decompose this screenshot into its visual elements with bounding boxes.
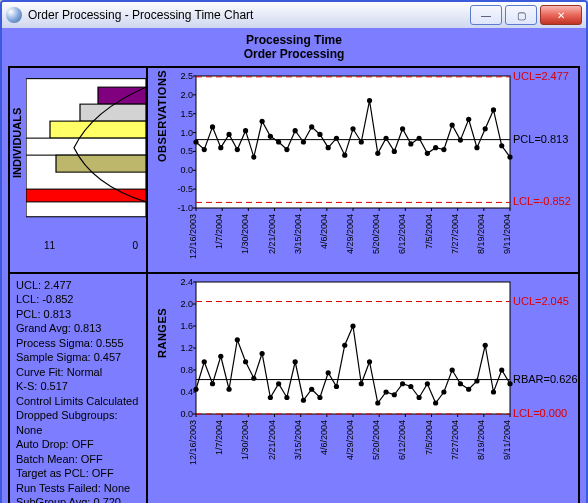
content-area: Processing Time Order Processing INDIVID… bbox=[2, 28, 586, 503]
chart-header: Processing Time Order Processing bbox=[8, 34, 580, 62]
svg-point-170 bbox=[425, 381, 430, 386]
minimize-button[interactable]: — bbox=[470, 5, 502, 25]
stat-line: UCL: 2.477 bbox=[16, 278, 140, 293]
svg-point-75 bbox=[350, 126, 355, 131]
svg-text:2.0: 2.0 bbox=[180, 299, 193, 309]
svg-point-175 bbox=[466, 386, 471, 391]
svg-point-160 bbox=[342, 342, 347, 347]
svg-text:0.5: 0.5 bbox=[180, 146, 193, 156]
stat-line: Target as PCL: OFF bbox=[16, 466, 140, 481]
svg-point-180 bbox=[507, 381, 512, 386]
window-title: Order Processing - Processing Time Chart bbox=[28, 8, 470, 22]
svg-point-177 bbox=[483, 342, 488, 347]
svg-text:4/29/2004: 4/29/2004 bbox=[345, 214, 355, 254]
svg-point-165 bbox=[383, 389, 388, 394]
svg-point-143 bbox=[202, 359, 207, 364]
svg-point-171 bbox=[433, 400, 438, 405]
svg-point-92 bbox=[491, 107, 496, 112]
close-button[interactable]: ✕ bbox=[540, 5, 582, 25]
svg-point-84 bbox=[425, 150, 430, 155]
svg-point-152 bbox=[276, 381, 281, 386]
histogram-chart bbox=[26, 68, 146, 238]
svg-point-94 bbox=[507, 154, 512, 159]
svg-point-78 bbox=[375, 150, 380, 155]
histogram-cell: INDIVIDUALS 11 bbox=[9, 67, 147, 273]
svg-text:8/19/2004: 8/19/2004 bbox=[476, 420, 486, 460]
svg-point-172 bbox=[441, 389, 446, 394]
svg-rect-3 bbox=[50, 121, 146, 138]
svg-text:4/6/2004: 4/6/2004 bbox=[319, 214, 329, 249]
svg-text:LCL=0.000: LCL=0.000 bbox=[513, 407, 567, 419]
hist-axis-left: 11 bbox=[44, 240, 55, 251]
stat-line: Grand Avg: 0.813 bbox=[16, 321, 140, 336]
stat-line: Run Tests Failed: None bbox=[16, 481, 140, 496]
svg-text:5/20/2004: 5/20/2004 bbox=[371, 420, 381, 460]
svg-point-150 bbox=[260, 350, 265, 355]
svg-text:7/27/2004: 7/27/2004 bbox=[450, 214, 460, 254]
svg-rect-2 bbox=[80, 104, 146, 121]
svg-point-149 bbox=[251, 375, 256, 380]
maximize-button[interactable]: ▢ bbox=[505, 5, 537, 25]
svg-point-89 bbox=[466, 116, 471, 121]
svg-point-62 bbox=[243, 128, 248, 133]
svg-point-163 bbox=[367, 359, 372, 364]
svg-point-77 bbox=[367, 98, 372, 103]
svg-point-176 bbox=[474, 378, 479, 383]
app-icon bbox=[6, 7, 22, 23]
svg-point-64 bbox=[260, 118, 265, 123]
svg-text:LCL=-0.852: LCL=-0.852 bbox=[513, 195, 571, 207]
svg-text:0.8: 0.8 bbox=[180, 365, 193, 375]
svg-point-93 bbox=[499, 143, 504, 148]
svg-point-178 bbox=[491, 389, 496, 394]
stat-line: Control Limits Calculated bbox=[16, 394, 140, 409]
layout-grid: INDIVIDUALS 11 bbox=[8, 66, 580, 503]
hist-axis-right: 0 bbox=[132, 240, 138, 251]
stat-line: SubGroup Avg: 0.720 bbox=[16, 495, 140, 503]
svg-point-90 bbox=[474, 145, 479, 150]
stat-line: K-S: 0.517 bbox=[16, 379, 140, 394]
svg-point-88 bbox=[458, 137, 463, 142]
stat-line: Auto Drop: OFF bbox=[16, 437, 140, 452]
svg-point-146 bbox=[226, 386, 231, 391]
svg-point-147 bbox=[235, 337, 240, 342]
svg-text:8/19/2004: 8/19/2004 bbox=[476, 214, 486, 254]
svg-rect-95 bbox=[196, 282, 510, 414]
svg-text:-0.5: -0.5 bbox=[177, 184, 193, 194]
svg-point-148 bbox=[243, 359, 248, 364]
svg-point-158 bbox=[326, 370, 331, 375]
svg-text:2.0: 2.0 bbox=[180, 89, 193, 99]
svg-point-144 bbox=[210, 381, 215, 386]
svg-text:RBAR=0.626: RBAR=0.626 bbox=[513, 372, 578, 384]
svg-point-65 bbox=[268, 133, 273, 138]
svg-text:PCL=0.813: PCL=0.813 bbox=[513, 132, 568, 144]
svg-point-142 bbox=[193, 386, 198, 391]
svg-point-63 bbox=[251, 154, 256, 159]
svg-rect-7 bbox=[196, 76, 510, 208]
svg-text:-1.0: -1.0 bbox=[177, 203, 193, 213]
individuals-label: INDIVIDUALS bbox=[10, 68, 26, 238]
svg-point-174 bbox=[458, 381, 463, 386]
svg-text:7/27/2004: 7/27/2004 bbox=[450, 420, 460, 460]
svg-point-66 bbox=[276, 139, 281, 144]
svg-point-157 bbox=[317, 394, 322, 399]
svg-point-81 bbox=[400, 126, 405, 131]
svg-text:9/11/2004: 9/11/2004 bbox=[502, 214, 512, 254]
svg-text:5/20/2004: 5/20/2004 bbox=[371, 214, 381, 254]
ranges-label: RANGES bbox=[156, 308, 168, 358]
stat-line: PCL: 0.813 bbox=[16, 307, 140, 322]
svg-text:1/30/2004: 1/30/2004 bbox=[240, 420, 250, 460]
app-window: Order Processing - Processing Time Chart… bbox=[0, 0, 588, 503]
svg-text:1/7/2004: 1/7/2004 bbox=[214, 214, 224, 249]
svg-point-71 bbox=[317, 131, 322, 136]
svg-point-79 bbox=[383, 135, 388, 140]
stat-line: LCL: -0.852 bbox=[16, 292, 140, 307]
stat-line: Dropped Subgroups: None bbox=[16, 408, 140, 437]
svg-text:2/21/2004: 2/21/2004 bbox=[267, 420, 277, 460]
svg-point-73 bbox=[334, 135, 339, 140]
svg-text:1.6: 1.6 bbox=[180, 321, 193, 331]
svg-point-179 bbox=[499, 367, 504, 372]
svg-point-80 bbox=[392, 148, 397, 153]
svg-point-86 bbox=[441, 147, 446, 152]
svg-point-72 bbox=[326, 145, 331, 150]
svg-point-168 bbox=[408, 383, 413, 388]
